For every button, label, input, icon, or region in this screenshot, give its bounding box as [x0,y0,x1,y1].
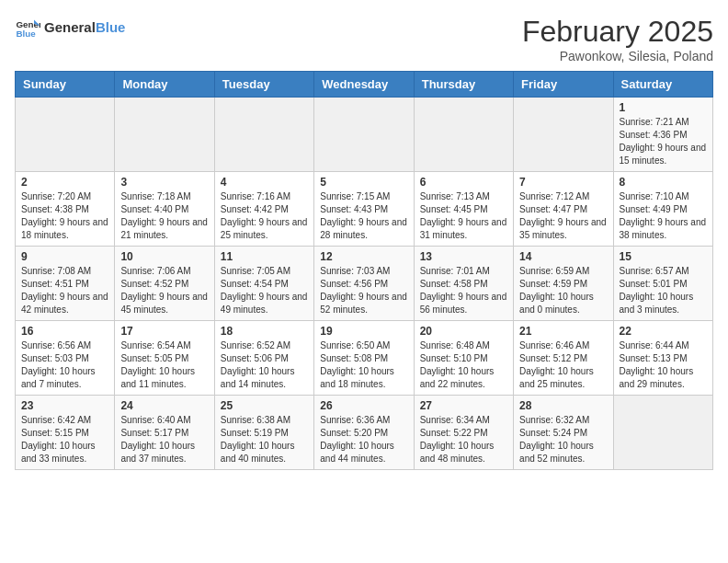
day-info: Sunrise: 6:50 AM Sunset: 5:08 PM Dayligh… [320,339,407,391]
month-title: February 2025 [522,15,713,49]
logo-general: General [44,19,96,35]
day-info: Sunrise: 6:54 AM Sunset: 5:05 PM Dayligh… [120,339,208,391]
calendar-cell [414,98,513,172]
day-number: 26 [320,399,407,412]
calendar-cell: 14Sunrise: 6:59 AM Sunset: 4:59 PM Dayli… [514,247,613,321]
day-number: 7 [519,176,607,189]
calendar-cell: 11Sunrise: 7:05 AM Sunset: 4:54 PM Dayli… [214,247,313,321]
week-row-2: 2Sunrise: 7:20 AM Sunset: 4:38 PM Daylig… [16,172,713,247]
day-number: 4 [221,176,308,189]
day-number: 10 [120,250,208,263]
day-number: 17 [120,325,208,338]
day-info: Sunrise: 7:01 AM Sunset: 4:58 PM Dayligh… [420,265,507,316]
day-number: 18 [221,325,308,338]
calendar-cell: 12Sunrise: 7:03 AM Sunset: 4:56 PM Dayli… [314,247,414,321]
day-info: Sunrise: 6:52 AM Sunset: 5:06 PM Dayligh… [221,339,308,391]
calendar-cell: 23Sunrise: 6:42 AM Sunset: 5:15 PM Dayli… [16,396,115,470]
calendar-cell [16,98,115,172]
calendar-cell: 18Sunrise: 6:52 AM Sunset: 5:06 PM Dayli… [214,321,313,396]
day-info: Sunrise: 6:42 AM Sunset: 5:15 PM Dayligh… [21,414,108,465]
calendar-cell [514,98,613,172]
day-info: Sunrise: 7:18 AM Sunset: 4:40 PM Dayligh… [120,190,208,242]
weekday-header-saturday: Saturday [613,72,712,98]
day-info: Sunrise: 6:32 AM Sunset: 5:24 PM Dayligh… [519,414,607,465]
week-row-5: 23Sunrise: 6:42 AM Sunset: 5:15 PM Dayli… [16,396,713,470]
day-number: 3 [120,176,208,189]
calendar-cell: 15Sunrise: 6:57 AM Sunset: 5:01 PM Dayli… [613,247,712,321]
day-info: Sunrise: 7:13 AM Sunset: 4:45 PM Dayligh… [420,190,507,242]
calendar-cell: 9Sunrise: 7:08 AM Sunset: 4:51 PM Daylig… [16,247,115,321]
day-info: Sunrise: 6:46 AM Sunset: 5:12 PM Dayligh… [519,339,607,391]
day-info: Sunrise: 7:20 AM Sunset: 4:38 PM Dayligh… [21,190,108,242]
calendar-cell: 16Sunrise: 6:56 AM Sunset: 5:03 PM Dayli… [16,321,115,396]
calendar-cell: 13Sunrise: 7:01 AM Sunset: 4:58 PM Dayli… [414,247,513,321]
calendar-cell: 4Sunrise: 7:16 AM Sunset: 4:42 PM Daylig… [214,172,313,247]
calendar-cell: 20Sunrise: 6:48 AM Sunset: 5:10 PM Dayli… [414,321,513,396]
calendar-cell [115,98,214,172]
day-info: Sunrise: 6:56 AM Sunset: 5:03 PM Dayligh… [21,339,108,391]
day-info: Sunrise: 6:48 AM Sunset: 5:10 PM Dayligh… [420,339,507,391]
day-number: 22 [620,325,707,338]
title-block: February 2025 Pawonkow, Silesia, Poland [522,15,713,63]
day-info: Sunrise: 7:03 AM Sunset: 4:56 PM Dayligh… [320,265,407,316]
day-info: Sunrise: 6:40 AM Sunset: 5:17 PM Dayligh… [120,414,208,465]
calendar-cell: 3Sunrise: 7:18 AM Sunset: 4:40 PM Daylig… [115,172,214,247]
calendar-cell: 10Sunrise: 7:06 AM Sunset: 4:52 PM Dayli… [115,247,214,321]
day-info: Sunrise: 6:57 AM Sunset: 5:01 PM Dayligh… [620,265,707,316]
day-info: Sunrise: 7:08 AM Sunset: 4:51 PM Dayligh… [21,265,108,316]
weekday-header-monday: Monday [115,72,214,98]
day-number: 27 [420,399,507,412]
day-info: Sunrise: 6:34 AM Sunset: 5:22 PM Dayligh… [420,414,507,465]
calendar-cell: 17Sunrise: 6:54 AM Sunset: 5:05 PM Dayli… [115,321,214,396]
day-number: 13 [420,250,507,263]
calendar-cell: 26Sunrise: 6:36 AM Sunset: 5:20 PM Dayli… [314,396,414,470]
svg-text:Blue: Blue [16,29,36,39]
calendar-cell [314,98,414,172]
day-number: 19 [320,325,407,338]
day-info: Sunrise: 6:59 AM Sunset: 4:59 PM Dayligh… [519,265,607,316]
day-number: 5 [320,176,407,189]
day-number: 21 [519,325,607,338]
calendar-cell: 28Sunrise: 6:32 AM Sunset: 5:24 PM Dayli… [514,396,613,470]
calendar-cell: 19Sunrise: 6:50 AM Sunset: 5:08 PM Dayli… [314,321,414,396]
logo-icon: General Blue [15,15,40,40]
weekday-header-tuesday: Tuesday [214,72,313,98]
day-info: Sunrise: 6:38 AM Sunset: 5:19 PM Dayligh… [221,414,308,465]
day-number: 25 [221,399,308,412]
day-number: 14 [519,250,607,263]
day-number: 16 [21,325,108,338]
day-number: 23 [21,399,108,412]
day-number: 24 [120,399,208,412]
page-header: General Blue GeneralBlue February 2025 P… [15,15,713,63]
calendar-cell: 1Sunrise: 7:21 AM Sunset: 4:36 PM Daylig… [613,98,712,172]
day-info: Sunrise: 6:44 AM Sunset: 5:13 PM Dayligh… [620,339,707,391]
week-row-3: 9Sunrise: 7:08 AM Sunset: 4:51 PM Daylig… [16,247,713,321]
weekday-header-sunday: Sunday [16,72,115,98]
weekday-header-thursday: Thursday [414,72,513,98]
weekday-header-wednesday: Wednesday [314,72,414,98]
calendar-cell: 8Sunrise: 7:10 AM Sunset: 4:49 PM Daylig… [613,172,712,247]
calendar-cell: 25Sunrise: 6:38 AM Sunset: 5:19 PM Dayli… [214,396,313,470]
calendar-cell: 21Sunrise: 6:46 AM Sunset: 5:12 PM Dayli… [514,321,613,396]
calendar-cell: 7Sunrise: 7:12 AM Sunset: 4:47 PM Daylig… [514,172,613,247]
day-number: 6 [420,176,507,189]
day-number: 9 [21,250,108,263]
day-info: Sunrise: 7:15 AM Sunset: 4:43 PM Dayligh… [320,190,407,242]
day-info: Sunrise: 7:05 AM Sunset: 4:54 PM Dayligh… [221,265,308,316]
calendar-cell: 2Sunrise: 7:20 AM Sunset: 4:38 PM Daylig… [16,172,115,247]
day-number: 15 [620,250,707,263]
day-info: Sunrise: 7:10 AM Sunset: 4:49 PM Dayligh… [620,190,707,242]
day-info: Sunrise: 7:12 AM Sunset: 4:47 PM Dayligh… [519,190,607,242]
logo: General Blue GeneralBlue [15,15,125,40]
calendar: SundayMondayTuesdayWednesdayThursdayFrid… [15,71,713,470]
calendar-cell [613,396,712,470]
day-info: Sunrise: 7:21 AM Sunset: 4:36 PM Dayligh… [620,116,707,167]
calendar-cell: 24Sunrise: 6:40 AM Sunset: 5:17 PM Dayli… [115,396,214,470]
week-row-4: 16Sunrise: 6:56 AM Sunset: 5:03 PM Dayli… [16,321,713,396]
day-info: Sunrise: 6:36 AM Sunset: 5:20 PM Dayligh… [320,414,407,465]
day-number: 12 [320,250,407,263]
calendar-cell: 6Sunrise: 7:13 AM Sunset: 4:45 PM Daylig… [414,172,513,247]
calendar-cell: 5Sunrise: 7:15 AM Sunset: 4:43 PM Daylig… [314,172,414,247]
calendar-cell [214,98,313,172]
day-number: 8 [620,176,707,189]
